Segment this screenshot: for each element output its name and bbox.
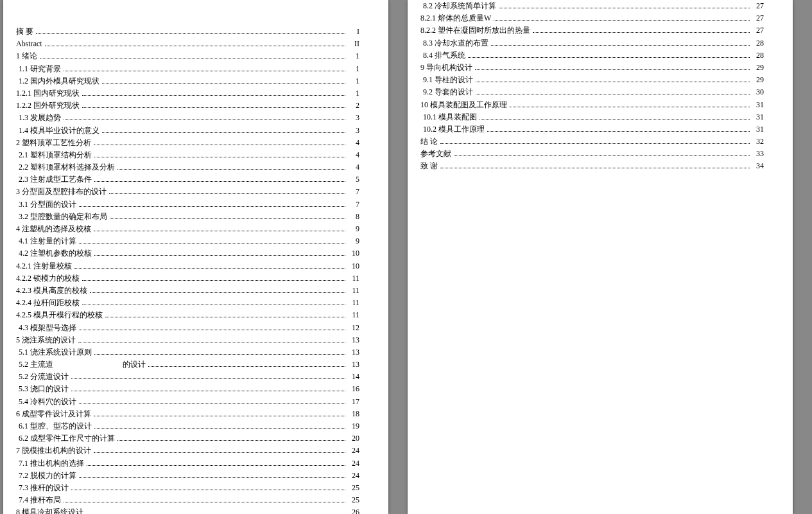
toc-row: 7.2 脱模力的计算24 (16, 470, 359, 482)
toc-row: 8 模具冷却系统设计26 (16, 506, 359, 514)
toc-row: 2.2 塑料顶罩材料选择及分析4 (16, 161, 359, 173)
toc-label: 7 脱模推出机构的设计 (16, 445, 91, 457)
toc-page-number: 11 (348, 272, 359, 285)
toc-row: 4.2 注塑机参数的校核10 (16, 247, 359, 260)
toc-leader-dots (40, 58, 345, 58)
toc-label: 10 模具装配图及工作原理 (420, 99, 507, 111)
toc-page-number: 26 (348, 506, 359, 514)
toc-page-number: 7 (348, 199, 359, 211)
toc-page-number: 28 (752, 37, 764, 49)
toc-row: 致 谢34 (420, 160, 764, 172)
toc-label: 1.2 国内外模具研究现状 (19, 75, 99, 87)
toc-label: 1.1 研究背景 (19, 63, 61, 75)
toc-row: 4.2.3 模具高度的校核11 (16, 285, 359, 297)
toc-page-number: 4 (348, 161, 359, 173)
toc-label: 5 浇注系统的设计 (16, 334, 76, 346)
toc-label: 摘 要 (16, 26, 33, 38)
toc-page-number: 1 (348, 75, 359, 87)
toc-row: 10.2 模具工作原理31 (420, 123, 764, 136)
toc-row: 1.2.1 国内研究现状1 (16, 87, 359, 100)
toc-page-number: 30 (752, 86, 764, 98)
toc-row: 10 模具装配图及工作原理31 (420, 99, 764, 111)
toc-leader-dots (476, 94, 750, 94)
toc-leader-dots (510, 107, 750, 107)
toc-label: 4.2.1 注射量校核 (16, 260, 72, 272)
toc-leader-dots (487, 131, 750, 132)
toc-label: 2 塑料顶罩工艺性分析 (16, 137, 91, 149)
toc-page-number: 7 (348, 186, 359, 198)
toc-row: 1.4 模具毕业设计的意义3 (16, 125, 359, 137)
toc-label: 10.1 模具装配图 (423, 111, 477, 123)
toc-label: 7.3 推杆的设计 (19, 482, 69, 494)
toc-label: 9.1 导柱的设计 (423, 74, 473, 86)
toc-row: 6.1 型腔、型芯的设计19 (16, 420, 359, 432)
toc-row: 4.3 模架型号选择12 (16, 322, 359, 334)
toc-row: 1.2.2 国外研究现状2 (16, 100, 359, 112)
toc-page-number: 14 (348, 371, 359, 383)
toc-label: 4.3 模架型号选择 (19, 322, 76, 334)
toc-leader-dots (94, 416, 345, 416)
toc-leader-dots (94, 255, 345, 256)
toc-row: 4.2.1 注射量校核10 (16, 260, 359, 272)
toc-leader-dots (102, 132, 345, 133)
toc-leader-dots (64, 502, 345, 502)
toc-leader-dots (440, 168, 750, 168)
toc-page-number: 25 (348, 494, 359, 506)
toc-leader-dots (105, 317, 345, 317)
toc-leader-dots (94, 157, 345, 157)
toc-label: 1.2.2 国外研究现状 (16, 100, 80, 112)
toc-row: 7.3 推杆的设计25 (16, 482, 359, 494)
toc-label: 4.2.4 拉杆间距校核 (16, 297, 80, 309)
toc-label: 5.4 冷料穴的设计 (19, 396, 76, 408)
toc-label: 8.2.2 塑件在凝固时所放出的热量 (420, 24, 530, 37)
toc-page-number: 2 (348, 100, 359, 112)
toc-row: 4 注塑机的选择及校核9 (16, 223, 359, 235)
toc-page-number: 9 (348, 235, 359, 247)
toc-label: 参考文献 (420, 148, 451, 160)
toc-row: 1 绪论1 (16, 50, 359, 62)
toc-leader-dots (109, 193, 345, 194)
toc-leader-dots (440, 143, 750, 144)
toc-page-number: 25 (348, 482, 359, 494)
toc-row: 5.3 浇口的设计16 (16, 383, 359, 395)
toc-row: 8.4 排气系统28 (420, 49, 764, 62)
toc-label: 1.4 模具毕业设计的意义 (19, 125, 99, 137)
toc-page-number: 11 (348, 285, 359, 297)
toc-leader-dots (90, 292, 345, 293)
toc-row: 9.1 导柱的设计29 (420, 74, 764, 86)
toc-page-number: 16 (348, 383, 359, 395)
toc-label: 8 模具冷却系统设计 (16, 506, 83, 514)
toc-label: 5.3 浇口的设计 (19, 383, 69, 395)
toc-page-number: 4 (348, 149, 359, 161)
toc-label: 1.2.1 国内研究现状 (16, 87, 80, 100)
toc-row: 2 塑料顶罩工艺性分析4 (16, 137, 359, 149)
toc-label: 1 绪论 (16, 50, 37, 62)
toc-row: 4.2.2 锁模力的校核11 (16, 272, 359, 285)
toc-row: 8.3 冷却水道的布置28 (420, 37, 764, 49)
toc-leader-dots (94, 231, 345, 231)
toc-page-number: I (348, 26, 359, 38)
toc-label: 1.3 发展趋势 (19, 112, 61, 124)
toc-label: 致 谢 (420, 160, 438, 172)
toc-label: 5.2 分流道设计 (19, 371, 69, 383)
toc-leader-dots (79, 243, 345, 244)
toc-leader-dots (79, 403, 345, 404)
toc-leader-dots (79, 206, 345, 207)
toc-row: 9 导向机构设计29 (420, 62, 764, 74)
toc-label: 10.2 模具工作原理 (423, 123, 485, 136)
toc-leader-dots (102, 83, 345, 84)
toc-row: 参考文献33 (420, 148, 764, 160)
toc-leader-dots (71, 490, 345, 490)
toc-row: 10.1 模具装配图31 (420, 111, 764, 123)
toc-leader-dots (87, 465, 345, 466)
toc-leader-dots (74, 268, 345, 269)
toc-label: Abstract (16, 38, 42, 50)
toc-label: 5.1 浇注系统设计原则 (19, 346, 92, 359)
toc-row: 5.4 冷料穴的设计17 (16, 396, 359, 408)
page-left: 摘 要IAbstractII1 绪论11.1 研究背景11.2 国内外模具研究现… (3, 0, 388, 514)
toc-page-number: 13 (348, 346, 359, 359)
toc-leader-dots (64, 71, 345, 71)
toc-page-number: 29 (752, 62, 764, 74)
toc-label: 2.3 注射成型工艺条件 (19, 173, 92, 186)
toc-page-number: 1 (348, 87, 359, 100)
